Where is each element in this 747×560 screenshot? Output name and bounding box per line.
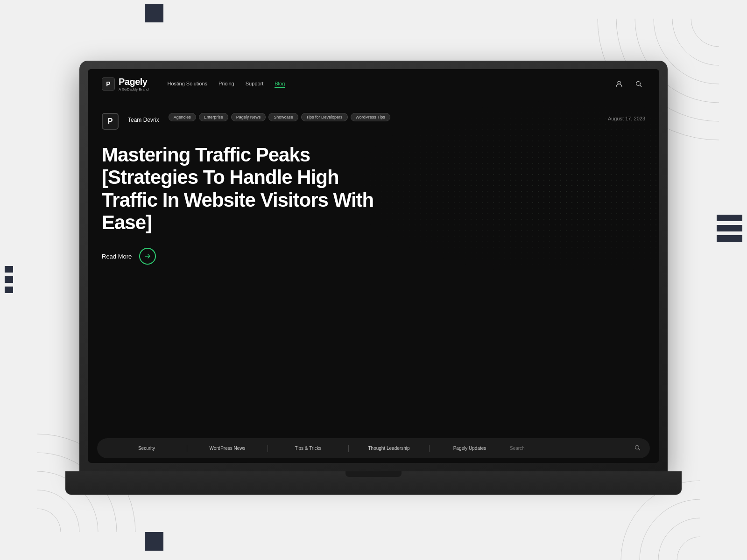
cat-wordpress-news[interactable]: WordPress News [187, 443, 268, 454]
svg-line-19 [639, 448, 641, 450]
nav-pricing[interactable]: Pricing [218, 81, 234, 88]
cat-tips-tricks[interactable]: Tips & Tricks [268, 443, 348, 454]
deco-rect-left [5, 266, 13, 293]
laptop-device: P Pagely A GoDaddy Brand Hosting Solutio… [79, 61, 668, 495]
read-more-row: Read More [102, 248, 645, 265]
logo-icon: P [102, 77, 115, 91]
search-icon[interactable] [634, 445, 641, 452]
laptop-screen: P Pagely A GoDaddy Brand Hosting Solutio… [88, 69, 659, 463]
laptop-hinge [345, 471, 402, 477]
svg-point-1 [672, 19, 719, 65]
search-icon-button[interactable] [632, 77, 645, 91]
user-icon-button[interactable] [613, 77, 626, 91]
deco-rect-right [717, 215, 742, 242]
tag-agencies[interactable]: Agencies [169, 113, 196, 121]
tags-group: Agencies Enterprise Pagely News Showcase… [169, 113, 599, 121]
cat-thought-leadership[interactable]: Thought Leadership [349, 443, 429, 454]
cat-search-area [510, 445, 641, 452]
nav-support[interactable]: Support [246, 81, 264, 88]
category-bar: Security WordPress News Tips & Tricks Th… [97, 438, 650, 458]
navigation: P Pagely A GoDaddy Brand Hosting Solutio… [88, 69, 659, 99]
deco-rect-top [145, 4, 163, 22]
svg-point-12 [658, 518, 700, 560]
svg-point-6 [37, 509, 61, 532]
read-more-label: Read More [102, 253, 132, 260]
svg-point-13 [640, 499, 700, 560]
svg-point-18 [635, 445, 639, 449]
tag-enterprise[interactable]: Enterprise [199, 113, 228, 121]
hero-content: P Team Devrix Agencies Enterprise Pagely… [88, 99, 659, 276]
tag-pagely-news[interactable]: Pagely News [231, 113, 266, 121]
tag-wp-tips[interactable]: WordPress Tips [351, 113, 390, 121]
tag-tips-dev[interactable]: Tips for Developers [301, 113, 348, 121]
laptop-body: P Pagely A GoDaddy Brand Hosting Solutio… [79, 61, 668, 471]
tag-showcase[interactable]: Showcase [268, 113, 298, 121]
laptop-base [65, 471, 682, 495]
svg-point-7 [37, 490, 79, 532]
cat-pagely-updates[interactable]: Pagely Updates [430, 443, 510, 454]
author-row: P Team Devrix Agencies Enterprise Pagely… [102, 113, 645, 130]
svg-point-11 [677, 537, 700, 560]
cat-security[interactable]: Security [106, 443, 187, 454]
read-more-button[interactable] [139, 248, 156, 265]
author-name: Team Devrix [128, 117, 159, 123]
nav-hosting[interactable]: Hosting Solutions [167, 81, 207, 88]
svg-point-16 [636, 82, 641, 86]
hero-area: P Team Devrix Agencies Enterprise Pagely… [88, 99, 659, 456]
logo-text: Pagely [119, 77, 148, 87]
article-date: August 17, 2023 [608, 116, 645, 121]
nav-blog[interactable]: Blog [275, 81, 285, 88]
svg-point-0 [691, 19, 719, 47]
search-input[interactable] [510, 446, 631, 451]
svg-point-15 [618, 81, 620, 84]
nav-links: Hosting Solutions Pricing Support Blog [167, 81, 613, 88]
deco-rect-bottom [145, 532, 163, 551]
author-avatar: P [102, 113, 119, 130]
logo-sub: A GoDaddy Brand [119, 87, 148, 91]
logo-area: P Pagely A GoDaddy Brand [102, 77, 148, 91]
svg-line-17 [640, 85, 642, 87]
bottom-bar-area: Security WordPress News Tips & Tricks Th… [88, 456, 659, 463]
hero-title: Mastering Traffic Peaks [Strategies To H… [102, 144, 391, 234]
nav-icons [613, 77, 645, 91]
